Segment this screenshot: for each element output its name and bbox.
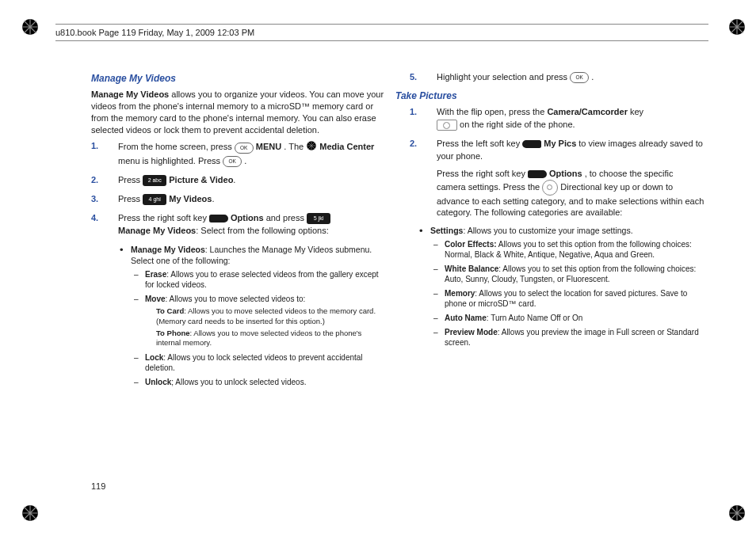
bullet-manage-videos: Manage My Videos: Launches the Manage My… <box>120 244 386 387</box>
right-softkey-icon <box>528 170 547 178</box>
ok-icon: OK <box>235 143 254 154</box>
section-take-pictures: Take Pictures <box>395 90 704 101</box>
sublist: Erase: Allows you to erase selected vide… <box>134 269 386 386</box>
crop-mark-bl <box>21 504 40 523</box>
settings-sublist: Color Effects: Allows you to set this op… <box>433 239 704 348</box>
step-4: 4. Press the right soft key Options and … <box>91 212 386 387</box>
right-column: 5. Highlight your selection and press OK… <box>410 71 704 477</box>
page-header-stamp: u810.book Page 119 Friday, May 1, 2009 1… <box>55 24 708 41</box>
sub-auto-name: Auto Name: Turn Auto Name Off or On <box>433 313 704 323</box>
bullet-list: Manage My Videos: Launches the Manage My… <box>120 244 386 387</box>
step-1: 1. From the home screen, press OK MENU .… <box>91 140 386 168</box>
camera-icon <box>437 120 457 131</box>
step-2: 2. Press 2 abc Picture & Video. <box>91 174 386 187</box>
bullet-settings: Settings: Allows you to customize your i… <box>419 225 704 348</box>
tp-step-2: 2. Press the left soft key My Pics to vi… <box>410 138 704 219</box>
ok-icon: OK <box>570 72 589 83</box>
step-3: 3. Press 4 ghi My Videos. <box>91 193 386 206</box>
step-5: 5. Highlight your selection and press OK… <box>410 71 704 84</box>
header-stamp-text: u810.book Page 119 Friday, May 1, 2009 1… <box>55 28 254 37</box>
sub-white-balance: White Balance: Allows you to set this op… <box>433 264 704 284</box>
keypad-2-icon: 2 abc <box>143 175 166 186</box>
directional-key-icon <box>542 180 558 196</box>
intro-paragraph: Manage My Videos allows you to organize … <box>91 89 386 135</box>
ok-icon: OK <box>223 156 242 167</box>
pinwheel-icon <box>306 140 317 155</box>
crop-mark-br <box>727 504 746 523</box>
keypad-5-icon: 5 jkl <box>307 213 330 224</box>
sub-color-effects: Color Effects: Allows you to set this op… <box>433 239 704 260</box>
section-manage-my-videos: Manage My Videos <box>91 73 386 84</box>
tp-step-2b: Press the right soft key Options , to ch… <box>437 168 704 219</box>
right-softkey-icon <box>209 215 228 222</box>
sub-lock: Lock: Allows you to lock selected videos… <box>134 352 386 373</box>
sub-erase: Erase: Allows you to erase selected vide… <box>134 269 386 290</box>
steps-continued: 5. Highlight your selection and press OK… <box>410 71 704 84</box>
crop-mark-tl <box>21 17 40 36</box>
manual-page: u810.book Page 119 Friday, May 1, 2009 1… <box>0 0 756 540</box>
steps-take-pictures: 1. With the flip open, press the Camera/… <box>410 106 704 219</box>
left-column: Manage My Videos Manage My Videos allows… <box>91 71 386 477</box>
left-softkey-icon <box>522 140 541 148</box>
sub-unlock: Unlock; Allows you to unlock selected vi… <box>134 377 386 387</box>
page-content: Manage My Videos Manage My Videos allows… <box>91 71 704 477</box>
subsub-tocard: To Card: Allows you to move selected vid… <box>156 306 386 326</box>
tp-step-1: 1. With the flip open, press the Camera/… <box>410 106 704 131</box>
steps-list-left: 1. From the home screen, press OK MENU .… <box>91 140 386 386</box>
sub-memory: Memory: Allows you to select the locatio… <box>433 288 704 309</box>
subsub-tophone: To Phone: Allows you to move selected vi… <box>156 329 386 348</box>
sub-preview-mode: Preview Mode: Allows you preview the ima… <box>433 327 704 348</box>
keypad-4-icon: 4 ghi <box>143 194 166 205</box>
crop-mark-tr <box>727 17 746 36</box>
page-number: 119 <box>91 481 105 491</box>
settings-bullets: Settings: Allows you to customize your i… <box>419 225 704 348</box>
sub-move: Move: Allows you to move selected videos… <box>134 294 386 348</box>
